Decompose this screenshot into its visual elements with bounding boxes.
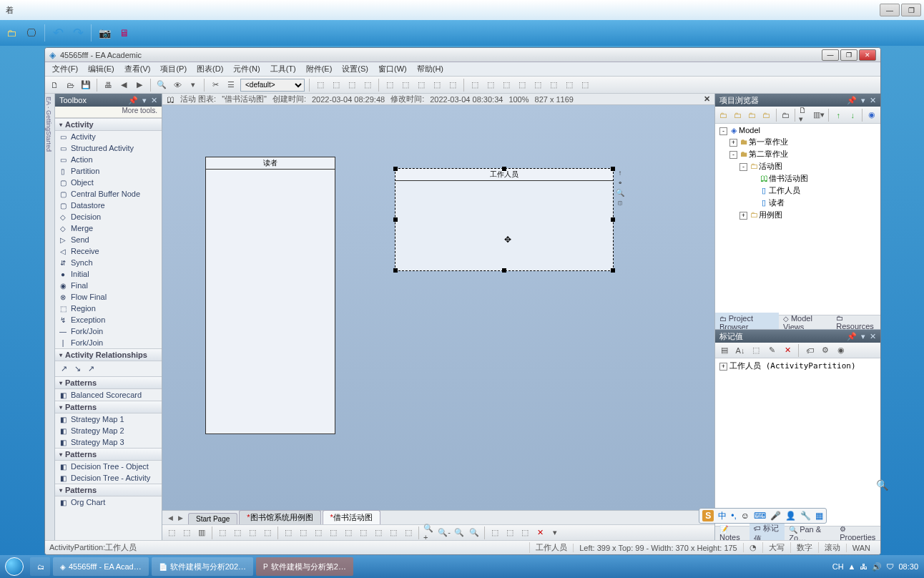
- tb-misc14[interactable]: ⬚: [531, 79, 544, 92]
- toolbox-section[interactable]: Activity: [55, 118, 162, 131]
- back-icon[interactable]: ◀: [117, 79, 130, 92]
- dropdown-icon[interactable]: ▾: [861, 332, 865, 341]
- tt-5[interactable]: ✕: [781, 344, 794, 357]
- toolbox-section[interactable]: Patterns: [55, 401, 162, 413]
- menu-help[interactable]: 帮助(H): [413, 62, 448, 76]
- ime-keyboard[interactable]: ⌨: [754, 511, 766, 521]
- menu-diagram[interactable]: 图表(D): [192, 62, 227, 76]
- left-strip[interactable]: EA · GettingStarted: [45, 94, 55, 540]
- toolbox-header[interactable]: Toolbox 📌▾✕: [55, 94, 162, 107]
- tb-misc4[interactable]: ⬚: [361, 79, 374, 92]
- pin-icon[interactable]: 📌: [128, 96, 138, 105]
- bt-1[interactable]: 🗀: [717, 109, 730, 122]
- ime-emoji[interactable]: ☺: [741, 511, 749, 521]
- tray-flag-icon[interactable]: ▲: [848, 562, 856, 571]
- bt-5[interactable]: 🗀: [780, 109, 792, 122]
- tb-misc13[interactable]: ⬚: [516, 79, 529, 92]
- toolbox-item[interactable]: ◉Final: [55, 280, 162, 291]
- dtb-fit[interactable]: 🔍: [453, 526, 466, 539]
- task-doc1[interactable]: 📄 软件建模与分析202…: [152, 557, 253, 576]
- ime-toolbar[interactable]: S 中 •, ☺ ⌨ 🎤 👤 🔧 ▦: [699, 508, 827, 524]
- menu-tools[interactable]: 工具(T): [266, 62, 300, 76]
- bt-4[interactable]: 🗀: [760, 109, 773, 122]
- quick-link-icons[interactable]: ↑ ⚬ 🔍 ⎅: [616, 169, 624, 207]
- tray-sound-icon[interactable]: 🔊: [872, 562, 882, 572]
- toolbox-item[interactable]: ▷Send: [55, 234, 162, 245]
- toolbox-item[interactable]: ◧Strategy Map 2: [55, 425, 162, 436]
- undo-icon[interactable]: ↶: [51, 26, 65, 40]
- toolbox-item[interactable]: ⇵Synch: [55, 257, 162, 268]
- cut-icon[interactable]: ✂: [209, 79, 222, 92]
- tab-properties[interactable]: ⚙ Properties: [835, 524, 880, 540]
- dtb-delete[interactable]: ✕: [534, 526, 546, 539]
- tree-pkg2[interactable]: 第二章作业: [749, 150, 788, 158]
- tt-2[interactable]: A↓: [734, 344, 747, 357]
- toolbox-rel-item[interactable]: ↗: [88, 364, 94, 373]
- close-icon[interactable]: ✕: [870, 332, 876, 341]
- menu-window[interactable]: 窗口(W): [374, 62, 411, 76]
- menu-project[interactable]: 项目(P): [156, 62, 191, 76]
- tb-misc15[interactable]: ⬚: [547, 79, 560, 92]
- partition-staff[interactable]: 工作人员 ↑ ⚬ 🔍 ⎅ ✥: [395, 168, 614, 271]
- forward-icon[interactable]: ▶: [133, 79, 146, 92]
- link-icon[interactable]: ⚬: [616, 179, 624, 187]
- tree-reader[interactable]: 读者: [769, 198, 785, 207]
- tag-element[interactable]: 工作人员 (ActivityPartition): [729, 361, 855, 371]
- tt-6[interactable]: 🏷: [803, 344, 816, 357]
- tb-misc7[interactable]: ⬚: [415, 79, 428, 92]
- toolbox-section[interactable]: Patterns: [55, 376, 162, 389]
- default-select[interactable]: <default>: [240, 79, 305, 92]
- tab-activity[interactable]: *借书活动图: [323, 510, 380, 524]
- toolbox-item[interactable]: ▭Action: [55, 154, 162, 165]
- toolbox-item[interactable]: ▭Activity: [55, 131, 162, 142]
- browser-header[interactable]: 项目浏览器 📌▾✕: [715, 94, 880, 107]
- close-icon[interactable]: ✕: [151, 96, 157, 105]
- toolbox-item[interactable]: ◧Balanced Scorecard: [55, 389, 162, 401]
- dtb-6[interactable]: ⬚: [246, 526, 259, 539]
- tb-misc2[interactable]: ⬚: [330, 79, 343, 92]
- dropdown-icon[interactable]: ▾: [142, 96, 147, 105]
- diagram-canvas[interactable]: 读者 工作人员 ↑ ⚬ 🔍 ⎅: [162, 105, 714, 510]
- tb-misc3[interactable]: ⬚: [345, 79, 358, 92]
- tab-notes[interactable]: 📝 Notes: [715, 524, 749, 540]
- toolbox-section[interactable]: Patterns: [55, 484, 162, 496]
- tb-misc8[interactable]: ⬚: [431, 79, 443, 92]
- toolbox-rel-item[interactable]: ↘: [74, 364, 81, 373]
- dtb-12[interactable]: ⬚: [342, 526, 355, 539]
- tray-lang[interactable]: CH: [832, 562, 844, 571]
- tag-body[interactable]: + 工作人员 (ActivityPartition): [715, 358, 880, 526]
- bt-up[interactable]: ↑: [832, 109, 845, 122]
- toolbox-item[interactable]: ◧Org Chart: [55, 496, 162, 508]
- tb-misc1[interactable]: ⬚: [314, 79, 327, 92]
- start-button[interactable]: [0, 555, 29, 578]
- tt-4[interactable]: ✎: [765, 344, 778, 357]
- tb-misc17[interactable]: ⬚: [579, 79, 591, 92]
- tree-model[interactable]: Model: [739, 126, 760, 134]
- zoom-icon[interactable]: 🔍: [616, 189, 624, 197]
- menu-element[interactable]: 元件(N): [229, 62, 264, 76]
- toolbox-item[interactable]: ⬚Region: [55, 303, 162, 314]
- ime-punct[interactable]: •,: [731, 511, 737, 521]
- tag-header[interactable]: 标记值 📌▾✕: [715, 330, 880, 343]
- tree-diagram[interactable]: 借书活动图: [769, 174, 808, 182]
- dtb-7[interactable]: ⬚: [261, 526, 274, 539]
- tree-pkg1[interactable]: 第一章作业: [749, 137, 788, 146]
- restore-button[interactable]: ❐: [840, 49, 857, 61]
- bt-diag[interactable]: ▥▾: [812, 109, 825, 122]
- dtb-8[interactable]: ⬚: [282, 526, 295, 539]
- print-icon[interactable]: 🖶: [102, 79, 114, 92]
- tree-usecase-folder[interactable]: 用例图: [759, 210, 782, 219]
- tb-misc12[interactable]: ⬚: [500, 79, 513, 92]
- tb-misc5[interactable]: ⬚: [383, 79, 396, 92]
- menu-addin[interactable]: 附件(E): [302, 62, 337, 76]
- dtb-zoomout[interactable]: 🔍-: [438, 526, 451, 539]
- toolbox-item[interactable]: ▢Central Buffer Node: [55, 188, 162, 200]
- tab-nav[interactable]: ◀▶: [165, 514, 185, 524]
- dtb-15[interactable]: ⬚: [387, 526, 400, 539]
- toolbox-item[interactable]: ◇Decision: [55, 211, 162, 222]
- dtb-11[interactable]: ⬚: [327, 526, 340, 539]
- bt-globe[interactable]: ◉: [865, 109, 878, 122]
- diagram-close-icon[interactable]: ✕: [704, 94, 710, 104]
- menu-file[interactable]: 文件(F): [48, 62, 82, 76]
- dtb-19[interactable]: ⬚: [518, 526, 531, 539]
